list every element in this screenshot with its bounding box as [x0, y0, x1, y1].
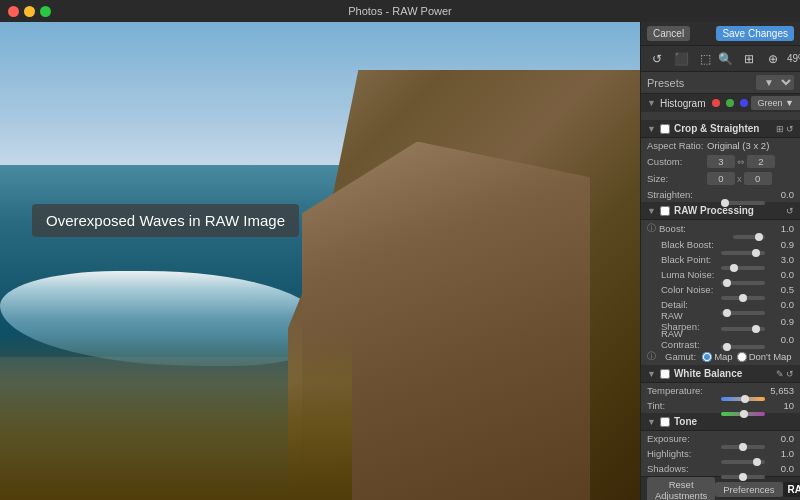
black-boost-label: Black Boost: — [647, 239, 717, 250]
aspect-ratio-label: Aspect Ratio: — [647, 140, 707, 151]
crop-enable-checkbox[interactable] — [660, 124, 670, 134]
crop-arrow-icon: ▼ — [647, 124, 656, 134]
size-row: Size: x — [641, 170, 800, 187]
panel-toolbar2: ↺ ⬛ ⬚ 🔍 ⊞ ⊕ 49% — [641, 46, 800, 72]
reset-adjustments-button[interactable]: Reset Adjustments — [647, 477, 715, 501]
black-point-slider[interactable] — [721, 266, 765, 270]
zoom-out-icon[interactable]: 🔍 — [715, 49, 735, 69]
gamut-label: Gamut: — [665, 351, 696, 362]
raw-contrast-value: 0.0 — [769, 334, 794, 345]
wb-reset-icon[interactable]: ↺ — [786, 369, 794, 379]
straighten-label: Straighten: — [647, 189, 717, 200]
straighten-slider[interactable] — [721, 201, 765, 205]
gamut-dontmap-radio[interactable] — [737, 352, 747, 362]
custom-label: Custom: — [647, 156, 707, 167]
tone-arrow-icon: ▼ — [647, 417, 656, 427]
wb-enable-checkbox[interactable] — [660, 369, 670, 379]
raw-boost-slider[interactable] — [733, 235, 765, 239]
green-channel-dot — [726, 99, 734, 107]
presets-label: Presets — [647, 77, 684, 89]
straighten-row: Straighten: 0.0 — [641, 187, 800, 202]
tone-enable-checkbox[interactable] — [660, 417, 670, 427]
preferences-button[interactable]: Preferences — [715, 482, 782, 497]
compare-icon[interactable]: ⬚ — [695, 49, 715, 69]
photo-area: Overexposed Waves in RAW Image — [0, 22, 640, 500]
maximize-button[interactable] — [40, 6, 51, 17]
raw-boost-value: 1.0 — [769, 223, 794, 234]
wb-section-header[interactable]: ▼ White Balance ✎ ↺ — [641, 365, 800, 383]
raw-boost-row: ⓘ Boost: 1.0 — [641, 220, 800, 237]
temperature-slider[interactable] — [721, 397, 765, 401]
window-title: Photos - RAW Power — [348, 5, 452, 17]
exposure-row: Exposure: 0.0 — [641, 431, 800, 446]
raw-contrast-label: RAW Contrast: — [647, 328, 717, 350]
tint-value: 10 — [769, 400, 794, 411]
toolbar-icons: ↺ ⬛ ⬚ — [647, 49, 715, 69]
shadows-slider[interactable] — [721, 475, 765, 479]
minimize-button[interactable] — [24, 6, 35, 17]
gamut-dontmap-label[interactable]: Don't Map — [737, 351, 792, 362]
shadows-value: 0.0 — [769, 463, 794, 474]
zoom-controls: 🔍 ⊞ ⊕ 49% — [715, 49, 800, 69]
vegetation-layer — [0, 333, 352, 500]
straighten-value: 0.0 — [769, 189, 794, 200]
black-boost-value: 0.9 — [769, 239, 794, 250]
wb-label: White Balance — [674, 368, 774, 379]
detail-slider[interactable] — [721, 311, 765, 315]
crop-section-header[interactable]: ▼ Crop & Straighten ⊞ ↺ — [641, 120, 800, 138]
raw-contrast-slider[interactable] — [721, 345, 765, 349]
gamut-map-radio[interactable] — [702, 352, 712, 362]
temperature-label: Temperature: — [647, 385, 717, 396]
aspect-ratio-value: Original (3 x 2) — [707, 140, 794, 151]
raw-enable-checkbox[interactable] — [660, 206, 670, 216]
info-icon[interactable]: ⬛ — [671, 49, 691, 69]
histogram-arrow: ▼ — [647, 98, 656, 108]
size-separator: x — [737, 173, 742, 184]
raw-sharpen-value: 0.9 — [769, 316, 794, 327]
color-noise-label: Color Noise: — [647, 284, 717, 295]
black-point-value: 3.0 — [769, 254, 794, 265]
black-point-label: Black Point: — [647, 254, 717, 265]
crop-reset-icon[interactable]: ↺ — [786, 124, 794, 134]
zoom-level: 49% — [787, 53, 800, 64]
custom-width-input[interactable] — [707, 155, 735, 168]
gamut-map-label[interactable]: Map — [702, 351, 732, 362]
zoom-in-icon[interactable]: ⊕ — [763, 49, 783, 69]
raw-boost-label: Boost: — [659, 223, 729, 234]
blue-channel-dot — [740, 99, 748, 107]
zoom-fit-icon[interactable]: ⊞ — [739, 49, 759, 69]
rotate-left-icon[interactable]: ↺ — [647, 49, 667, 69]
tint-slider[interactable] — [721, 412, 765, 416]
raw-logo: RAW — [783, 482, 800, 497]
photo-caption: Overexposed Waves in RAW Image — [32, 204, 299, 237]
histogram-channel-select[interactable]: Green ▼ — [751, 96, 801, 110]
histogram-header: ▼ Histogram Green ▼ — [641, 94, 800, 112]
crop-tools-icon: ⊞ — [776, 124, 784, 134]
tint-label: Tint: — [647, 400, 717, 411]
detail-value: 0.0 — [769, 299, 794, 310]
raw-label: RAW Processing — [674, 205, 784, 216]
size-height-input[interactable] — [744, 172, 772, 185]
raw-reset-icon[interactable]: ↺ — [786, 206, 794, 216]
color-noise-slider[interactable] — [721, 296, 765, 300]
temperature-row: Temperature: 5,653 — [641, 383, 800, 398]
close-button[interactable] — [8, 6, 19, 17]
cancel-button[interactable]: Cancel — [647, 26, 690, 41]
exposure-slider[interactable] — [721, 445, 765, 449]
tone-label: Tone — [674, 416, 794, 427]
highlights-slider[interactable] — [721, 460, 765, 464]
custom-height-input[interactable] — [747, 155, 775, 168]
save-changes-button[interactable]: Save Changes — [716, 26, 794, 41]
size-label: Size: — [647, 173, 707, 184]
black-boost-slider[interactable] — [721, 251, 765, 255]
luma-noise-slider[interactable] — [721, 281, 765, 285]
highlights-value: 1.0 — [769, 448, 794, 459]
raw-sharpen-slider[interactable] — [721, 327, 765, 331]
main-layout: Overexposed Waves in RAW Image Cancel Sa… — [0, 22, 800, 500]
presets-dropdown[interactable]: ▼ — [756, 75, 794, 90]
detail-label: Detail: — [647, 299, 717, 310]
wb-arrow-icon: ▼ — [647, 369, 656, 379]
wb-eyedropper-icon[interactable]: ✎ — [776, 369, 784, 379]
temperature-value: 5,653 — [769, 385, 794, 396]
size-width-input[interactable] — [707, 172, 735, 185]
